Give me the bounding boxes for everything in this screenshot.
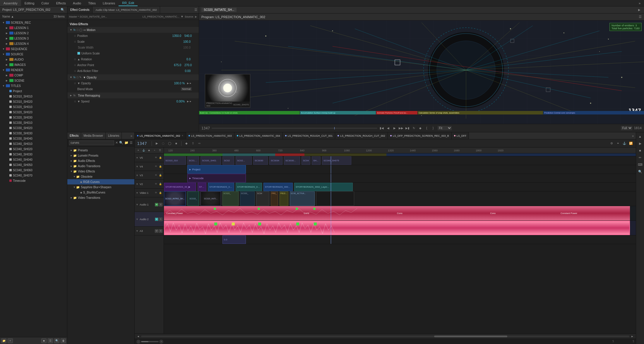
project-tree-item[interactable]: SC030_SH020 (0, 125, 67, 131)
eff-lumetri[interactable]: ► 📁 Lumetri Presets (67, 153, 134, 158)
project-tree-item[interactable]: SC020_SH010 (0, 104, 67, 109)
effects-more-btn[interactable]: » (129, 134, 134, 138)
tl-timecode[interactable]: 1347 (137, 141, 147, 146)
tl-a2-m[interactable]: M (155, 218, 158, 221)
tl-scrollbar-track[interactable] (141, 336, 629, 337)
tl-v4-project[interactable]: ► Project (187, 165, 246, 174)
tl-razor-tool[interactable]: ◌ (161, 141, 166, 146)
tl-scroll-right[interactable]: ► (631, 335, 634, 338)
tl-v5-clip-10[interactable]: SH... (312, 156, 321, 165)
seq-tab-2[interactable]: LS_PREDICTION_ANIMATIC_003 (186, 132, 234, 139)
project-tree-item[interactable]: ▶COMP (0, 73, 67, 78)
seq-tab-4[interactable]: LS_PREDICTION_ROUGH_CUT_001 (283, 132, 335, 139)
eff-video-effects-folder[interactable]: ▼ 📁 Video Effects (67, 169, 134, 174)
tab-libraries[interactable]: Libraries (106, 132, 122, 139)
tl-h-add[interactable]: + (152, 148, 157, 153)
tl-h-more[interactable]: ☰ (157, 148, 162, 153)
tl-link-btn[interactable]: ⚓ (622, 141, 627, 146)
tl-v3-timecode[interactable]: ► Timecode (187, 174, 246, 182)
tl-v5-clip-11[interactable]: SC040_SH075 (322, 156, 351, 165)
eff-rgb-curves[interactable]: ► ■ RGB Curves (67, 179, 134, 184)
tl-slip-tool[interactable]: ■ (174, 141, 179, 146)
source-more-btn[interactable]: ▶ (638, 8, 640, 11)
seq-tab-5[interactable]: LS_PREDICTION_ROUGH_CUT_002 (335, 132, 388, 139)
ec-time-remap-header[interactable]: ► fx Time Remapping (67, 93, 199, 98)
pm-next-frame-btn[interactable]: ▶▮ (405, 126, 410, 131)
pm-in-btn[interactable]: { (424, 126, 429, 131)
tab-effect-controls[interactable]: Effect Controls (67, 6, 93, 13)
tl-v1-eye[interactable]: 👁 (155, 191, 158, 194)
eff-sapphire[interactable]: ▼ 📁 Sapphire Blur+Sharpen (67, 184, 134, 190)
tl-v5-clip-1[interactable]: SC010_010 (164, 156, 186, 165)
tl-a3-clip[interactable]: 0.0 (222, 235, 246, 244)
eff-presets[interactable]: ► 📁 Presets (67, 148, 134, 153)
tl-v5-clip-3[interactable]: SC020_SH01 (201, 156, 221, 165)
tab-media-browser[interactable]: Media Browser (81, 132, 106, 139)
ec-motion-header[interactable]: ▼ fx □ ◯ ⇨ Motion (67, 27, 199, 33)
pm-playbar[interactable] (212, 128, 377, 129)
tl-v1-sc010[interactable]: SC010_INTRO_SH... (164, 191, 186, 206)
tl-a2-s[interactable]: S (159, 218, 162, 221)
project-tree-item[interactable]: SC040_SH030 (0, 152, 67, 157)
r-btn-select[interactable]: ■ (637, 148, 643, 153)
project-tree-item[interactable]: SC040_SH050 (0, 162, 67, 167)
eff-audio-effects[interactable]: ► 📁 Audio Effects (67, 158, 134, 163)
tl-v1-sc04[interactable]: SC04 (256, 191, 269, 206)
project-tree-item[interactable]: SC040_SH070 (0, 173, 67, 178)
pm-prev-frame-btn[interactable]: ◀ (386, 126, 391, 131)
tab-audio-clip-mixer[interactable]: Audio Clip Mixer: LS_PREDICTION_ANIMATIC… (93, 6, 160, 13)
project-tree-item[interactable]: SC040_SH020 (0, 146, 67, 152)
tl-v2-eye[interactable]: 👁 (155, 183, 158, 186)
project-tree-item[interactable]: ▶IMAGES (0, 62, 67, 67)
pm-marker-btn[interactable]: ◆ (418, 126, 423, 131)
tl-v3-lock[interactable]: 🔒 (159, 174, 162, 177)
r-btn-razor[interactable]: ✏ (637, 155, 643, 160)
tl-snap-btn[interactable]: ⚭ (615, 141, 621, 146)
tl-scrollbar-thumb[interactable] (434, 336, 507, 337)
seq-tab-6[interactable]: LS_DFP_PREDICTION_SCREEN_REC_003_B (388, 132, 452, 139)
ec-blend-mode-value[interactable]: Normal (181, 87, 192, 91)
project-tree-item[interactable]: Project (0, 88, 67, 94)
tl-v5-eye[interactable]: 👁 (155, 156, 158, 159)
project-tree-item[interactable]: SC040_SH060 (0, 167, 67, 173)
project-tree-item[interactable]: ▼SOURCE (0, 52, 67, 57)
tl-v1-sc040[interactable]: SC40_ACTIVA... (290, 191, 315, 206)
pm-stop-btn[interactable]: ▶ (392, 126, 397, 131)
tl-a2-clip[interactable] (164, 221, 630, 235)
tl-v1-lock[interactable]: 🔒 (159, 191, 162, 194)
project-tree-item[interactable]: ▶LESSON 1 (0, 25, 67, 30)
source-arrow[interactable]: ▶ (195, 15, 197, 18)
tl-v1-sc030[interactable]: SC030_ (240, 191, 255, 206)
project-tree-item[interactable]: SC040_SH040 (0, 157, 67, 162)
project-tree-item[interactable]: Timecode (0, 178, 67, 183)
tl-v4-eye[interactable]: 👁 (155, 165, 158, 168)
tl-v4-lock[interactable]: 🔒 (159, 165, 162, 168)
tab-effects[interactable]: Effects (67, 132, 81, 139)
tl-v2-lock[interactable]: 🔒 (159, 183, 162, 186)
tl-h-snap[interactable]: ⚭ (136, 148, 141, 153)
nav-more[interactable]: » (635, 0, 644, 6)
tl-ripple-tool[interactable]: ◯ (167, 141, 172, 146)
new-bin-btn[interactable]: 📁 (1, 338, 6, 343)
tl-tracks-scrollable[interactable]: 120 240 360 480 600 720 840 968 1080 120… (164, 148, 636, 333)
project-tree-item[interactable]: ▼SEQUENCE (0, 46, 67, 52)
pm-out-btn[interactable]: } (431, 126, 436, 131)
pm-step-back-btn[interactable]: ▮◀ (379, 126, 384, 131)
project-tree-item[interactable]: ▼SCREEN_REC (0, 20, 67, 25)
source-clip-tab[interactable]: SC020_INITIATE_SH... (201, 8, 237, 12)
tl-v2-storyboard-5[interactable]: STORYBORADS_0001_Layer 2... (263, 183, 293, 191)
tl-zoom-in[interactable]: + (159, 340, 163, 344)
tl-a1-m[interactable]: M (155, 203, 158, 206)
tl-v1-fr2[interactable]: FB10... (280, 191, 288, 206)
project-tree-item[interactable]: SC030_SH030 (0, 131, 67, 136)
nav-audio[interactable]: Audio (69, 0, 85, 6)
tl-v5-clip-2[interactable]: SC010... (187, 156, 199, 165)
ec-menu-btn[interactable]: ☰ (193, 8, 199, 12)
tl-v2-storyboard-3[interactable]: STORYBORADS_0002_Layer 22.jpg (208, 183, 234, 191)
tl-add-mark-btn[interactable]: ◆ (184, 141, 189, 146)
tl-a3-m[interactable]: M (155, 229, 158, 233)
tl-v1-sc020b[interactable]: SC020_ (222, 191, 239, 206)
icon-view-btn[interactable]: ■ (41, 338, 47, 343)
tl-a1-clip[interactable]: Constant Power Cons Cons Cons Constant P… (164, 206, 630, 220)
ec-opacity-header[interactable]: ▼ fx □ ✎ ▼ Opacity (67, 74, 199, 80)
